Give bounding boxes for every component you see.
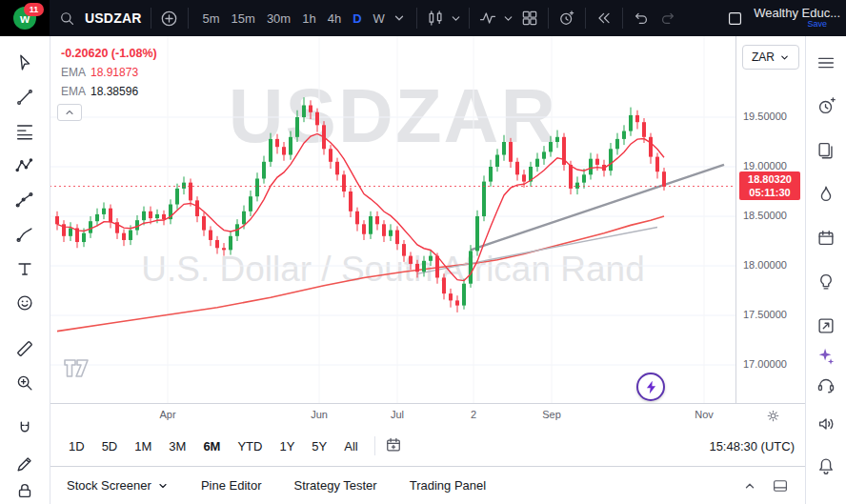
- chart-type-button[interactable]: [422, 5, 449, 31]
- indicators-chevron-icon[interactable]: [501, 5, 516, 31]
- cursor-tool[interactable]: [14, 52, 35, 73]
- lock-icon: [14, 480, 35, 501]
- alert-clock-icon: [557, 9, 576, 28]
- object-tree-button[interactable]: [816, 315, 836, 336]
- goto-date-button[interactable]: [384, 435, 405, 456]
- chart-region: USDZAR U.S. Dollar / South African Rand …: [50, 36, 806, 403]
- calendar-button[interactable]: [816, 228, 836, 249]
- chart-type-chevron-icon[interactable]: [449, 5, 464, 31]
- layout-name-menu[interactable]: Wealthy Educ... Save: [754, 7, 840, 30]
- range-1d[interactable]: 1D: [61, 435, 92, 457]
- streams-button[interactable]: [816, 413, 836, 434]
- compare-add-button[interactable]: [156, 5, 183, 31]
- timeframe-4h[interactable]: 4h: [322, 9, 347, 29]
- fib-retracement-tool[interactable]: [14, 121, 35, 142]
- lightning-icon: [645, 380, 657, 394]
- timeframe-15m[interactable]: 15m: [226, 9, 261, 29]
- calendar-icon: [816, 228, 836, 249]
- range-ytd[interactable]: YTD: [230, 435, 270, 457]
- timeframe-5m[interactable]: 5m: [197, 9, 226, 29]
- range-3m[interactable]: 3M: [161, 435, 193, 457]
- goto-date-icon: [384, 435, 403, 454]
- tradingview-logo[interactable]: [63, 358, 95, 382]
- utc-clock[interactable]: 15:48:30 (UTC): [709, 439, 795, 454]
- range-all[interactable]: All: [336, 435, 365, 457]
- tab-pine-editor[interactable]: Pine Editor: [201, 478, 262, 493]
- date-range-bar: 1D 5D 1M 3M 6M YTD 1Y 5Y All 15:48:30 (U…: [50, 426, 806, 466]
- chart-plot[interactable]: USDZAR U.S. Dollar / South African Rand …: [50, 36, 736, 403]
- ideas-button[interactable]: [816, 272, 836, 292]
- symbol-search[interactable]: USDZAR: [50, 5, 146, 31]
- tab-strategy-tester[interactable]: Strategy Tester: [293, 478, 376, 493]
- range-1y[interactable]: 1Y: [272, 435, 302, 457]
- timeframe-chevron-down-icon[interactable]: [391, 5, 408, 31]
- forecast-icon: [14, 190, 35, 211]
- alert-button[interactable]: [554, 5, 580, 31]
- ruler-tool[interactable]: [14, 338, 35, 359]
- price-change: -0.20620 (-1.08%): [57, 46, 161, 61]
- lock-tool[interactable]: [14, 480, 35, 501]
- range-6m[interactable]: 6M: [195, 435, 228, 457]
- price-scale[interactable]: ZAR 19.5000019.0000018.5000018.0000017.5…: [735, 36, 806, 403]
- emoji-tool[interactable]: [14, 292, 35, 313]
- time-axis-label[interactable]: Jun: [311, 409, 328, 420]
- trend-line-tool[interactable]: [14, 87, 35, 108]
- forecast-tool[interactable]: [14, 190, 35, 211]
- notifications-button[interactable]: [816, 455, 836, 476]
- quick-action-button[interactable]: [636, 373, 665, 401]
- tab-stock-screener[interactable]: Stock Screener: [67, 478, 169, 493]
- layout-grid-button[interactable]: [516, 5, 543, 31]
- timeframe-30m[interactable]: 30m: [261, 9, 296, 29]
- time-axis-label[interactable]: Jul: [391, 409, 404, 420]
- undo-button[interactable]: [628, 5, 655, 31]
- range-5d[interactable]: 5D: [94, 435, 126, 457]
- account-menu-button[interactable]: w 11: [0, 0, 50, 36]
- restore-panel-button[interactable]: [772, 477, 789, 494]
- ema-2-legend[interactable]: EMA 18.38596: [57, 84, 142, 99]
- draw-tool[interactable]: [14, 454, 35, 474]
- headset-icon: [816, 374, 836, 395]
- price-scale-label: 19.50000: [743, 111, 787, 122]
- timeframe-1h[interactable]: 1h: [296, 9, 321, 29]
- zoom-tool[interactable]: [14, 373, 35, 393]
- bar-replay-button[interactable]: [591, 5, 617, 31]
- currency-selector[interactable]: ZAR: [742, 45, 799, 70]
- divider: [416, 8, 417, 29]
- layout-square-icon: [726, 10, 744, 28]
- ema-1-legend[interactable]: EMA 18.91873: [57, 65, 142, 80]
- indicators-button[interactable]: [474, 5, 501, 31]
- legend-collapse-button[interactable]: [57, 104, 82, 121]
- lightbulb-icon: [816, 272, 836, 292]
- symbol-name: USDZAR: [85, 10, 142, 26]
- magnet-tool[interactable]: [14, 418, 35, 439]
- text-tool[interactable]: [14, 258, 35, 279]
- redo-button[interactable]: [655, 5, 681, 31]
- tab-trading-panel[interactable]: Trading Panel: [410, 478, 486, 493]
- save-button[interactable]: Save: [807, 20, 827, 30]
- fullscreen-button[interactable]: [721, 5, 748, 31]
- divider: [151, 8, 151, 29]
- help-button[interactable]: [816, 374, 836, 395]
- price-scale-label: 19.00000: [743, 160, 787, 171]
- price-scale-label: 18.50000: [743, 210, 787, 221]
- alerts-panel-button[interactable]: [816, 96, 836, 117]
- time-axis-label[interactable]: 2: [471, 409, 476, 420]
- expand-panel-button[interactable]: [743, 479, 756, 493]
- time-axis-label[interactable]: Sep: [542, 409, 561, 420]
- time-axis[interactable]: AprJunJul2SepNov: [50, 403, 806, 427]
- time-axis-label[interactable]: Nov: [695, 409, 714, 420]
- hotlists-button[interactable]: [816, 184, 836, 205]
- ai-assistant-button[interactable]: [816, 346, 836, 367]
- time-axis-label[interactable]: Apr: [159, 409, 175, 420]
- axis-settings-button[interactable]: [765, 408, 781, 424]
- range-1m[interactable]: 1M: [127, 435, 159, 457]
- timeframe-1d[interactable]: D: [347, 9, 367, 29]
- timeframe-1w[interactable]: W: [368, 9, 391, 29]
- brush-tool[interactable]: [14, 224, 35, 245]
- pattern-tool[interactable]: [14, 155, 35, 176]
- watchlist-button[interactable]: [816, 52, 836, 73]
- divider: [548, 8, 549, 29]
- range-5y[interactable]: 5Y: [304, 435, 334, 457]
- trend-line-icon: [14, 87, 35, 108]
- news-button[interactable]: [816, 140, 836, 161]
